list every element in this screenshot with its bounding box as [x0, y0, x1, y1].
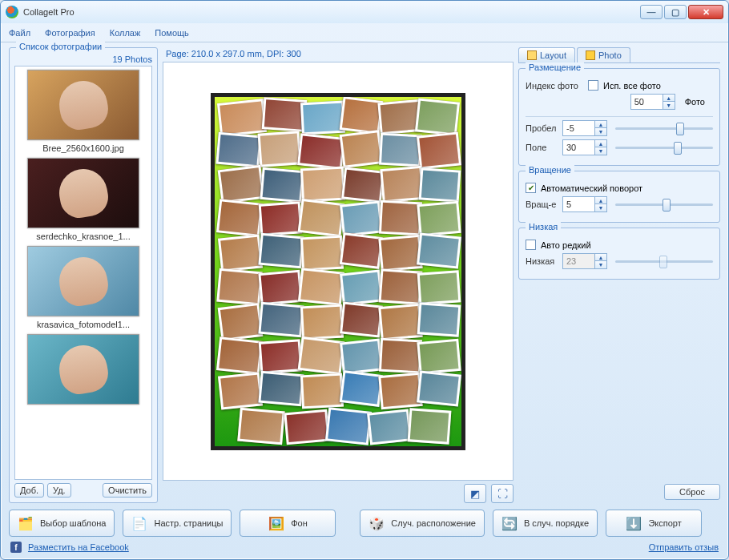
reset-button[interactable]: Сброс — [664, 484, 720, 500]
collage-tile[interactable] — [417, 270, 461, 305]
gap-slider[interactable] — [615, 121, 713, 135]
collage-tile[interactable] — [340, 269, 383, 305]
collage-tile[interactable] — [417, 200, 461, 236]
collage-tile[interactable] — [417, 131, 461, 169]
list-item[interactable]: krasavica_fotomodel1... — [18, 246, 148, 329]
auto-sparse-checkbox[interactable] — [526, 240, 536, 250]
title-bar[interactable]: CollageIt Pro — ▢ ✕ — [1, 1, 728, 23]
shuffle-order-button[interactable]: 🔄В случ. порядке — [493, 510, 598, 537]
collage-tile[interactable] — [419, 167, 461, 202]
export-button[interactable]: ⬇️Экспорт — [606, 510, 702, 537]
tab-layout[interactable]: Layout — [518, 47, 575, 62]
list-item[interactable]: Bree_2560x1600.jpg — [18, 70, 148, 153]
collage-tile[interactable] — [340, 338, 383, 374]
collage-tile[interactable] — [218, 302, 264, 340]
tab-photo[interactable]: Photo — [577, 47, 630, 62]
crop-tool-button[interactable]: ◩ — [464, 484, 486, 503]
collage-tile[interactable] — [340, 301, 383, 337]
photo-thumbnail-list[interactable]: Bree_2560x1600.jpgserdechko_krasnoe_1...… — [14, 66, 152, 480]
maximize-button[interactable]: ▢ — [664, 5, 687, 19]
collage-tile[interactable] — [259, 339, 303, 374]
collage-tile[interactable] — [378, 234, 422, 271]
margin-slider[interactable] — [615, 140, 713, 155]
list-item[interactable]: serdechko_krasnoe_1... — [18, 158, 148, 241]
collage-tile[interactable] — [215, 131, 261, 167]
minimize-button[interactable]: — — [640, 5, 663, 19]
thumbnail-image[interactable] — [27, 334, 139, 405]
auto-rotate-checkbox[interactable]: ✔ — [526, 183, 536, 193]
collage-tile[interactable] — [340, 200, 383, 236]
collage-tile[interactable] — [379, 199, 422, 236]
collage-tile[interactable] — [415, 98, 460, 135]
random-layout-button[interactable]: 🎲Случ. расположение — [360, 510, 485, 537]
collage-tile[interactable] — [298, 268, 344, 305]
add-photo-button[interactable]: Доб. — [14, 483, 44, 498]
collage-tile[interactable] — [417, 232, 461, 268]
collage-tile[interactable] — [340, 130, 384, 168]
collage-tile[interactable] — [216, 336, 263, 374]
collage-tile[interactable] — [417, 370, 461, 406]
list-item[interactable] — [18, 334, 148, 405]
thumbnail-image[interactable] — [27, 246, 139, 316]
collage-tile[interactable] — [284, 409, 329, 445]
collage-tile[interactable] — [260, 167, 304, 202]
collage-tile[interactable] — [379, 337, 422, 373]
photo-index-input[interactable] — [630, 94, 663, 110]
collage-tile[interactable] — [300, 166, 345, 202]
gap-spinner[interactable]: ▲▼ — [562, 120, 607, 136]
collage-tile[interactable] — [298, 336, 345, 374]
canvas-area[interactable] — [163, 62, 514, 481]
use-all-photos-checkbox[interactable] — [588, 80, 598, 91]
collage-tile[interactable] — [298, 198, 345, 236]
collage-tile[interactable] — [378, 372, 422, 409]
collage-tile[interactable] — [258, 131, 302, 167]
background-button[interactable]: 🖼️Фон — [240, 510, 336, 537]
collage-tile[interactable] — [408, 408, 452, 445]
remove-photo-button[interactable]: Уд. — [47, 483, 71, 498]
menu-help[interactable]: Помощь — [155, 28, 189, 38]
collage-tile[interactable] — [218, 234, 263, 272]
page-setup-button[interactable]: 📄Настр. страницы — [123, 510, 232, 537]
clear-photos-button[interactable]: Очистить — [103, 483, 152, 498]
menu-file[interactable]: Файл — [9, 28, 30, 38]
collage-tile[interactable] — [258, 301, 304, 337]
collage-tile[interactable] — [237, 407, 284, 445]
collage-tile[interactable] — [300, 235, 344, 271]
rotation-input[interactable] — [562, 196, 594, 212]
collage-tile[interactable] — [367, 409, 412, 445]
margin-input[interactable] — [562, 139, 594, 155]
send-feedback-link[interactable]: Отправить отзыв — [649, 542, 719, 552]
collage-tile[interactable] — [380, 165, 424, 202]
rotation-slider[interactable] — [615, 197, 713, 212]
collage-tile[interactable] — [340, 96, 384, 135]
collage-tile[interactable] — [259, 201, 303, 236]
collage-tile[interactable] — [218, 372, 263, 409]
margin-spinner[interactable]: ▲▼ — [562, 139, 607, 155]
collage-tile[interactable] — [300, 373, 344, 409]
collage-tile[interactable] — [300, 304, 344, 340]
collage-tile[interactable] — [258, 232, 304, 268]
collage-page[interactable] — [211, 93, 465, 450]
collage-tile[interactable] — [378, 303, 422, 340]
photo-index-spinner[interactable]: ▲▼ — [630, 94, 675, 110]
collage-tile[interactable] — [297, 133, 345, 170]
collage-tile[interactable] — [417, 338, 461, 373]
menu-photo[interactable]: Фотография — [45, 28, 95, 38]
fit-view-button[interactable]: ⛶ — [491, 484, 514, 503]
collage-tile[interactable] — [417, 302, 461, 337]
share-facebook-link[interactable]: Разместить на Facebook — [28, 542, 129, 552]
sparse-spinner[interactable]: ▲▼ — [562, 253, 607, 269]
gap-input[interactable] — [562, 120, 594, 136]
rotation-spinner[interactable]: ▲▼ — [562, 196, 607, 212]
collage-tile[interactable] — [325, 407, 372, 445]
menu-collage[interactable]: Коллаж — [110, 28, 141, 38]
collage-tile[interactable] — [379, 132, 422, 167]
collage-tile[interactable] — [258, 370, 304, 406]
collage-tile[interactable] — [341, 167, 385, 203]
collage-tile[interactable] — [258, 269, 302, 304]
collage-tile[interactable] — [340, 370, 384, 407]
choose-template-button[interactable]: 🗂️Выбор шаблона — [9, 510, 115, 537]
collage-tile[interactable] — [218, 164, 265, 203]
collage-tile[interactable] — [340, 232, 384, 269]
collage-tile[interactable] — [216, 268, 262, 305]
